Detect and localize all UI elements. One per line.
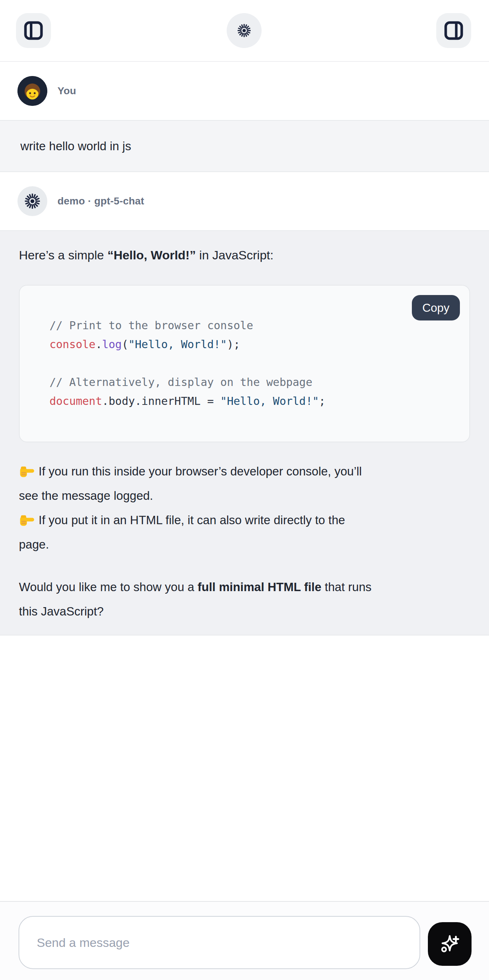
assistant-sender-row: demo · gpt-5-chat: [0, 172, 489, 230]
code-content: // Print to the browser consoleconsole.l…: [49, 316, 455, 411]
panel-right-toggle-button[interactable]: [436, 13, 471, 48]
copy-code-button[interactable]: Copy: [412, 295, 460, 320]
assistant-intro: Here’s a simple “Hello, World!” in JavaS…: [19, 243, 470, 267]
text-run: in JavaScript:: [196, 248, 274, 262]
starburst-logo-icon: [237, 23, 252, 38]
text-run: If you run this inside your browser’s de…: [38, 465, 362, 478]
point-right-emoji-icon: [19, 511, 35, 527]
code-token: console: [49, 338, 95, 351]
message-input[interactable]: [19, 916, 420, 969]
top-bar: [0, 0, 489, 62]
code-token: document: [49, 395, 102, 407]
user-message: write hello world in js: [0, 120, 489, 172]
code-token: log: [102, 338, 122, 351]
text-run: If you put it in an HTML file, it can al…: [38, 513, 345, 527]
code-token: .: [95, 338, 102, 351]
text-run: Here’s a simple: [19, 248, 107, 262]
assistant-paragraph: If you put it in an HTML file, it can al…: [19, 508, 485, 557]
starburst-logo-icon: [24, 193, 41, 210]
user-message-text: write hello world in js: [21, 139, 131, 153]
send-message-button[interactable]: [428, 922, 471, 966]
code-block: // Print to the browser consoleconsole.l…: [19, 285, 470, 442]
code-line: [49, 354, 455, 373]
code-line: // Print to the browser console: [49, 316, 455, 335]
code-token: "Hello, World!": [129, 338, 227, 351]
text-run: see the message logged.: [19, 489, 153, 503]
point-right-emoji-icon: [19, 463, 35, 479]
user-sender-row: You: [0, 62, 489, 120]
bold-text: “Hello, World!”: [107, 248, 196, 262]
code-token: ;: [319, 395, 326, 407]
text-run: page.: [19, 538, 49, 551]
text-run: that runs: [321, 580, 371, 594]
assistant-sender-label: demo · gpt-5-chat: [57, 195, 144, 207]
panel-left-icon: [24, 21, 43, 40]
app-logo-button[interactable]: [227, 13, 261, 48]
text-run: this JavaScript?: [19, 605, 104, 618]
code-token: // Alternatively, display on the webpage: [49, 376, 312, 388]
code-line: // Alternatively, display on the webpage: [49, 373, 455, 392]
code-line: document.body.innerHTML = "Hello, World!…: [49, 392, 455, 411]
assistant-avatar: [18, 186, 47, 216]
code-token: (: [122, 338, 129, 351]
code-token: );: [227, 338, 240, 351]
sidebar-toggle-button[interactable]: [16, 13, 51, 48]
sparkles-icon: [438, 932, 461, 956]
code-token: .body.innerHTML =: [102, 395, 220, 407]
assistant-message: Here’s a simple “Hello, World!” in JavaS…: [0, 230, 489, 635]
chat-empty-area: [0, 635, 489, 901]
code-line: console.log("Hello, World!");: [49, 335, 455, 354]
assistant-intro-text: Here’s a simple “Hello, World!” in JavaS…: [19, 248, 274, 262]
person-emoji-icon: [18, 76, 47, 106]
composer-bar: [0, 901, 489, 980]
assistant-paragraph: If you run this inside your browser’s de…: [19, 459, 485, 508]
code-token: "Hello, World!": [220, 395, 319, 407]
code-token: // Print to the browser console: [49, 319, 253, 332]
user-sender-label: You: [57, 85, 76, 97]
bold-text: full minimal HTML file: [198, 580, 321, 594]
text-run: Would you like me to show you a: [19, 580, 198, 594]
assistant-paragraphs: If you run this inside your browser’s de…: [19, 459, 485, 624]
assistant-paragraph: Would you like me to show you a full min…: [19, 575, 485, 624]
user-avatar: [18, 76, 47, 106]
panel-right-icon: [444, 21, 464, 40]
